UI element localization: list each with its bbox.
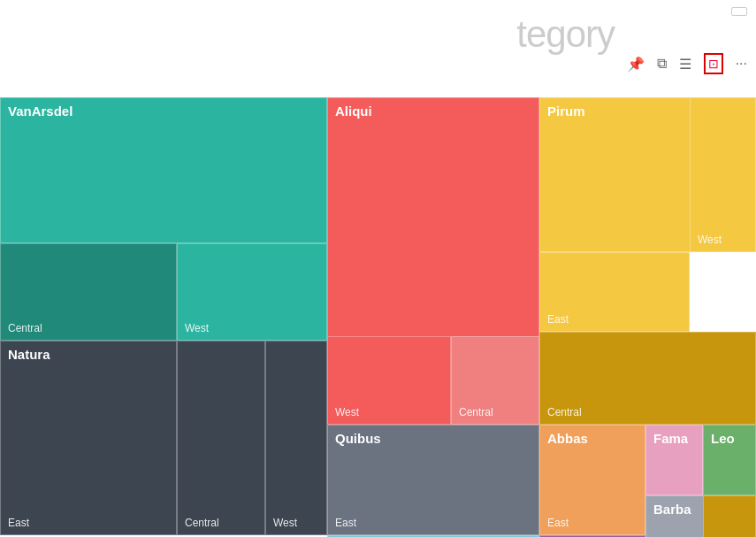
cell-region-label: East — [547, 313, 569, 326]
header: tegory 📌 ⧉ ☰ ⊡ ··· — [0, 0, 756, 97]
cell-region-label: West — [335, 406, 359, 418]
treemap-cell-aliqui-west[interactable]: West — [327, 336, 451, 425]
cell-title: Fama — [653, 431, 695, 446]
treemap-cell-natura-central[interactable]: Central — [177, 341, 265, 535]
treemap-cell-pirum-central[interactable]: Central — [539, 332, 756, 425]
cell-region-label: West — [698, 234, 722, 246]
cell-title: Natura — [8, 347, 169, 362]
more-icon[interactable]: ··· — [736, 56, 747, 72]
cell-title: Quibus — [335, 431, 531, 446]
treemap-cell-extra-gold[interactable] — [703, 495, 756, 537]
cell-region-label: West — [273, 517, 297, 529]
treemap-cell-pirum-east[interactable]: East — [539, 252, 690, 332]
filter-icon[interactable]: ☰ — [679, 56, 691, 73]
cell-title: Leo — [711, 431, 748, 446]
copy-icon[interactable]: ⧉ — [657, 56, 667, 72]
cell-region-label: Central — [8, 322, 42, 334]
treemap-cell-fama-main[interactable]: Fama — [645, 425, 703, 495]
treemap-cell-natura-west[interactable]: West — [265, 341, 327, 535]
cell-region-label: Central — [185, 517, 219, 529]
toolbar: 📌 ⧉ ☰ ⊡ ··· — [627, 53, 747, 74]
treemap-cell-quibus-main[interactable]: QuibusEast — [327, 425, 539, 535]
cell-region-label: East — [547, 517, 569, 529]
cell-region-label: East — [8, 517, 29, 529]
cell-region-label: Central — [459, 406, 493, 418]
treemap-cell-vanarsdel-main[interactable]: VanArsdel — [0, 97, 327, 243]
cell-region-label: Central — [547, 406, 582, 418]
cell-title: Aliqui — [335, 104, 531, 119]
treemap-chart: VanArsdelEastCentralWestNaturaEastCentra… — [0, 97, 756, 537]
cell-title: VanArsdel — [8, 104, 319, 119]
treemap-cell-abbas-main[interactable]: AbbasEast — [539, 425, 645, 535]
cell-title: Abbas — [547, 431, 638, 446]
page-title: tegory — [516, 13, 615, 56]
treemap-cell-vanarsdel-west[interactable]: West — [177, 243, 327, 341]
treemap-cell-natura-east[interactable]: NaturaEast — [0, 341, 177, 535]
pin-icon[interactable]: 📌 — [627, 56, 645, 73]
focus-icon[interactable]: ⊡ — [704, 53, 723, 74]
treemap-cell-aliqui-central[interactable]: Central — [451, 336, 539, 425]
treemap-cell-pirum-west[interactable]: West — [690, 97, 756, 252]
treemap-cell-vanarsdel-central[interactable]: Central — [0, 243, 177, 341]
cell-region-label: East — [335, 517, 356, 529]
focus-mode-button[interactable] — [731, 7, 747, 16]
cell-region-label: West — [185, 322, 209, 334]
treemap-cell-leo-main[interactable]: Leo — [703, 425, 756, 495]
